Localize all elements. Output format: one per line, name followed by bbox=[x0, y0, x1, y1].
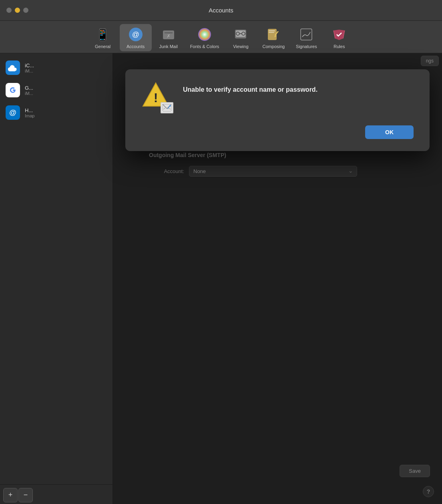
signatures-icon bbox=[298, 26, 314, 42]
dialog-box: ! bbox=[125, 69, 430, 151]
sidebar: iC... iM... G... iM... @ bbox=[0, 53, 113, 504]
toolbar-item-viewing[interactable]: Viewing bbox=[225, 24, 257, 51]
toolbar-label-general: General bbox=[95, 44, 110, 49]
svg-rect-16 bbox=[301, 29, 312, 40]
hotmail-type: Imap bbox=[25, 113, 34, 118]
toolbar-item-accounts[interactable]: @ Accounts bbox=[120, 24, 152, 51]
detail-panel: ngs Host Name: Automatically manage conn… bbox=[113, 53, 442, 504]
toolbar-label-junkmail: Junk Mail bbox=[159, 44, 177, 49]
toolbar-label-signatures: Signatures bbox=[296, 44, 317, 49]
accounts-icon: @ bbox=[128, 26, 144, 42]
composing-icon bbox=[265, 26, 281, 42]
toolbar-item-junkmail[interactable]: ✗ Junk Mail bbox=[153, 24, 185, 51]
dialog-actions: OK bbox=[141, 125, 414, 139]
dialog-overlay: ! bbox=[113, 53, 442, 504]
sidebar-bottom: + − bbox=[0, 484, 113, 504]
google-type: iM... bbox=[25, 91, 33, 96]
toolbar: 📱 General @ Accounts ✗ Junk Mail bbox=[0, 21, 442, 53]
toolbar-label-rules: Rules bbox=[334, 44, 345, 49]
maximize-button[interactable] bbox=[23, 8, 28, 13]
account-item-icloud[interactable]: iC... iM... bbox=[0, 56, 113, 79]
svg-rect-12 bbox=[269, 30, 275, 31]
icloud-type: iM... bbox=[25, 69, 34, 73]
toolbar-label-accounts: Accounts bbox=[127, 44, 145, 49]
hotmail-account-info: H... Imap bbox=[25, 107, 34, 118]
warning-icon-container: ! bbox=[141, 81, 173, 113]
svg-point-5 bbox=[198, 28, 211, 41]
google-icon bbox=[6, 83, 20, 97]
toolbar-item-signatures[interactable]: Signatures bbox=[290, 24, 322, 51]
google-account-info: G... iM... bbox=[25, 85, 33, 96]
hotmail-name: H... bbox=[25, 107, 34, 113]
account-item-google[interactable]: G... iM... bbox=[0, 79, 113, 101]
svg-point-22 bbox=[169, 105, 171, 107]
toolbar-item-rules[interactable]: Rules bbox=[323, 24, 355, 51]
svg-rect-13 bbox=[269, 32, 274, 33]
google-name: G... bbox=[25, 85, 33, 91]
mail-stamp-icon bbox=[161, 102, 173, 113]
account-item-hotmail[interactable]: @ H... Imap bbox=[0, 101, 113, 124]
window-title: Accounts bbox=[209, 7, 233, 14]
ok-button[interactable]: OK bbox=[365, 125, 414, 139]
fontscolors-icon bbox=[197, 26, 213, 42]
svg-text:@: @ bbox=[132, 30, 139, 38]
toolbar-label-fontscolors: Fonts & Colors bbox=[190, 44, 219, 49]
icloud-account-info: iC... iM... bbox=[25, 62, 34, 73]
svg-text:✗: ✗ bbox=[167, 33, 171, 39]
remove-account-button[interactable]: − bbox=[18, 488, 33, 502]
icloud-icon bbox=[6, 60, 20, 75]
dialog-content: ! bbox=[141, 81, 414, 113]
account-list: iC... iM... G... iM... @ bbox=[0, 53, 113, 484]
dialog-message: Unable to verify account name or passwor… bbox=[183, 81, 414, 94]
general-icon: 📱 bbox=[95, 26, 111, 42]
toolbar-label-viewing: Viewing bbox=[233, 44, 248, 49]
close-button[interactable] bbox=[6, 8, 12, 13]
toolbar-item-fontscolors[interactable]: Fonts & Colors bbox=[185, 24, 224, 51]
icloud-name: iC... bbox=[25, 62, 34, 69]
toolbar-item-general[interactable]: 📱 General bbox=[87, 24, 119, 51]
junkmail-icon: ✗ bbox=[161, 26, 177, 42]
minimize-button[interactable] bbox=[15, 8, 20, 13]
hotmail-icon: @ bbox=[6, 105, 20, 120]
window-controls bbox=[6, 8, 28, 13]
viewing-icon bbox=[233, 26, 249, 42]
dialog-title: Unable to verify account name or passwor… bbox=[183, 86, 317, 93]
rules-icon bbox=[331, 26, 347, 42]
title-bar: Accounts bbox=[0, 0, 442, 21]
add-account-button[interactable]: + bbox=[3, 488, 18, 502]
toolbar-item-composing[interactable]: Composing bbox=[257, 24, 289, 51]
toolbar-label-composing: Composing bbox=[263, 44, 285, 49]
main-content: iC... iM... G... iM... @ bbox=[0, 53, 442, 504]
svg-text:!: ! bbox=[154, 91, 158, 105]
